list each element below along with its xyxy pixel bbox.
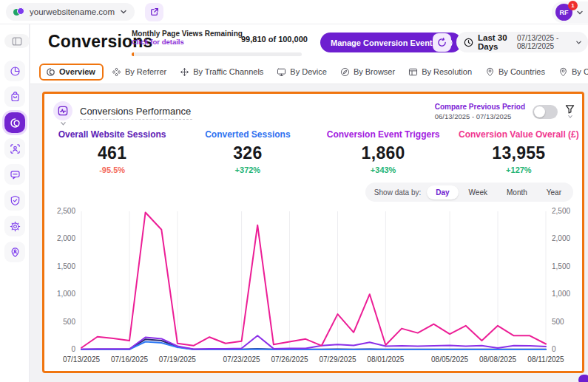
x-axis-tick: 07/29/2025 xyxy=(319,355,356,364)
y-axis-tick-right: 2,000 xyxy=(552,234,570,242)
settings-gear-icon xyxy=(10,221,21,232)
location-user-icon xyxy=(10,247,21,258)
x-axis-tick: 08/08/2025 xyxy=(479,355,516,364)
orders-clipboard-icon xyxy=(10,92,21,103)
y-axis-tick-right: 1,500 xyxy=(552,262,570,270)
sidebar xyxy=(0,24,30,382)
conversions-swirl-icon xyxy=(10,117,21,129)
sidebar-item-user-focus[interactable] xyxy=(4,138,25,159)
x-axis-tick: 08/01/2025 xyxy=(367,355,404,364)
chevron-down-icon xyxy=(575,39,582,46)
metric-overall-website-sessions: Overall Website Sessions461-95.5% xyxy=(44,129,180,174)
metric-label: Conversion Event Triggers xyxy=(316,129,451,140)
granularity-option-month[interactable]: Month xyxy=(498,185,536,199)
diamonds-icon xyxy=(112,67,121,77)
website-name: yourwebsitename.com xyxy=(30,7,115,16)
granularity-option-year[interactable]: Year xyxy=(538,185,570,199)
clock-icon xyxy=(464,38,473,47)
main-content: 005005001,0001,0001,5001,5002,0002,0002,… xyxy=(30,84,588,382)
y-axis-tick-right: 2,500 xyxy=(552,207,570,215)
pie-chart-icon xyxy=(10,66,21,77)
activity-icon xyxy=(58,106,68,116)
chat-widget-bubble[interactable] xyxy=(578,375,588,382)
sidebar-collapse-button[interactable] xyxy=(4,34,30,48)
sidebar-item-location-user[interactable] xyxy=(4,242,25,262)
metric-delta: +127% xyxy=(451,166,587,174)
date-range-selector[interactable]: Last 30 Days 07/13/2025 - 08/12/2025 xyxy=(456,32,588,52)
compass-icon xyxy=(340,67,350,77)
tab-by-resolution[interactable]: By Resolution xyxy=(403,64,477,81)
layout-icon xyxy=(408,67,418,77)
arrows-icon xyxy=(180,67,189,77)
sidebar-item-shield-check[interactable] xyxy=(4,190,25,211)
metric-delta: +372% xyxy=(180,166,315,174)
avatar: RF 1 xyxy=(555,4,572,21)
site-favicon xyxy=(13,7,24,18)
x-axis-tick: 07/16/2025 xyxy=(111,355,148,364)
tab-label: By Referrer xyxy=(125,67,166,76)
tab-overview[interactable]: Overview xyxy=(39,64,104,81)
granularity-option-week[interactable]: Week xyxy=(460,185,496,199)
pageviews-label: Monthly Page Views Remaining xyxy=(132,30,339,38)
refresh-icon xyxy=(437,38,447,47)
pageviews-details-link[interactable]: Click for details xyxy=(132,38,339,46)
metrics-row: Overall Website Sessions461-95.5%Convert… xyxy=(44,129,587,174)
notification-badge: 1 xyxy=(568,1,578,10)
sidebar-item-pie-chart[interactable] xyxy=(4,61,25,81)
monitor-icon xyxy=(277,67,286,77)
chevron-down-icon[interactable] xyxy=(60,121,67,126)
tab-by-cities[interactable]: By Cities xyxy=(553,64,588,81)
show-data-by-control: Show data by: DayWeekMonthYear xyxy=(365,183,573,202)
y-axis-tick-right: 0 xyxy=(552,345,556,353)
pageviews-progress-bar xyxy=(132,52,302,56)
metric-value: 461 xyxy=(44,143,180,163)
y-axis-tick-left: 2,500 xyxy=(57,207,75,215)
y-axis-tick-left: 500 xyxy=(63,318,75,326)
metric-value: 1,860 xyxy=(316,143,451,163)
sidebar-item-conversions-swirl[interactable] xyxy=(4,112,25,133)
sidebar-item-settings-gear[interactable] xyxy=(4,216,25,236)
panel-title: Conversions Performance xyxy=(80,101,192,120)
panel-header: Conversions Performance xyxy=(53,101,192,126)
refresh-button[interactable] xyxy=(433,33,451,52)
compare-label: Compare Previous Period xyxy=(435,103,525,111)
metric-label: Overall Website Sessions xyxy=(44,129,180,140)
performance-widget-button[interactable] xyxy=(53,101,72,120)
series-conversion-event-triggers xyxy=(81,335,546,349)
sidebar-item-orders-clipboard[interactable] xyxy=(4,86,25,107)
y-axis-tick-right: 1,000 xyxy=(552,290,570,298)
tab-by-browser[interactable]: By Browser xyxy=(335,64,400,81)
granularity-option-day[interactable]: Day xyxy=(427,185,458,199)
metric-label: Conversion Value Overall (£) xyxy=(451,129,587,140)
tab-by-countries[interactable]: By Countries xyxy=(480,64,550,81)
y-axis-tick-left: 1,000 xyxy=(57,290,75,298)
tab-by-referrer[interactable]: By Referrer xyxy=(107,64,172,81)
series-overall-website-sessions xyxy=(81,339,546,349)
chat-icon xyxy=(10,169,21,180)
tab-by-traffic-channels[interactable]: By Traffic Channels xyxy=(175,64,268,81)
x-axis-tick: 07/23/2025 xyxy=(223,355,260,364)
pageviews-block: Monthly Page Views Remaining Click for d… xyxy=(132,30,339,46)
series-conversion-value-overall- xyxy=(81,213,546,348)
page-header: Conversions Monthly Page Views Remaining… xyxy=(30,24,588,60)
sidebar-item-chat[interactable] xyxy=(4,164,25,185)
tab-label: By Resolution xyxy=(422,67,472,76)
metric-conversion-event-triggers: Conversion Event Triggers1,860+343% xyxy=(316,129,451,174)
chevron-down-icon xyxy=(576,9,584,16)
compare-toggle[interactable] xyxy=(533,105,558,119)
tab-by-device[interactable]: By Device xyxy=(271,64,332,81)
website-selector[interactable]: yourwebsitename.com xyxy=(6,3,135,21)
open-site-button[interactable] xyxy=(145,3,163,21)
y-axis-tick-left: 0 xyxy=(71,345,75,353)
map-pin-icon xyxy=(485,67,495,77)
map-pin-icon xyxy=(558,67,568,77)
x-axis-tick: 07/13/2025 xyxy=(63,355,100,364)
account-menu[interactable]: RF 1 xyxy=(552,1,588,23)
tab-label: By Browser xyxy=(354,67,395,76)
shield-check-icon xyxy=(10,195,21,206)
top-bar: yourwebsitename.com RF 1 xyxy=(0,0,588,24)
filter-button[interactable] xyxy=(565,104,575,119)
y-axis-tick-left: 2,000 xyxy=(57,234,75,242)
tab-label: By Device xyxy=(290,67,327,76)
series-converted-sessions xyxy=(81,342,546,349)
